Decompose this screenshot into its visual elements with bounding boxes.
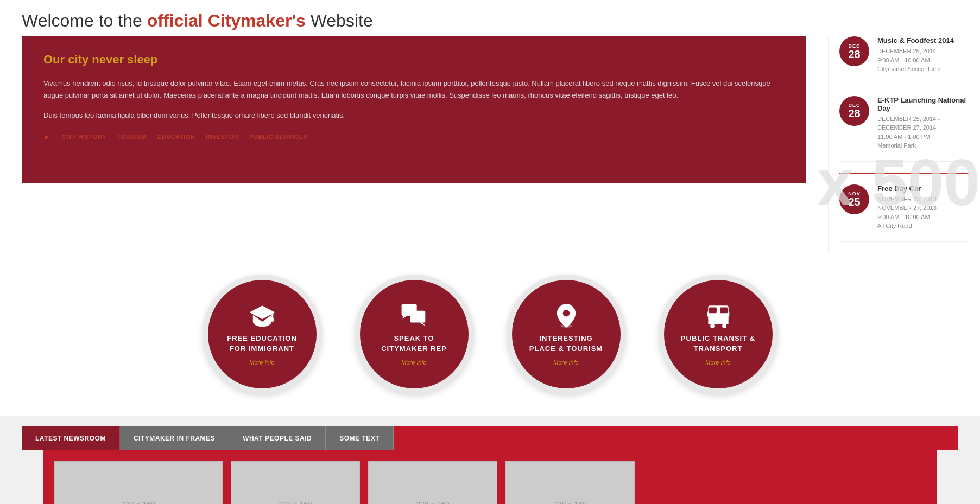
news-size-main: 310 x 160 [122, 500, 155, 505]
link-city-history[interactable]: CITY HISTORY [62, 133, 106, 140]
event-badge-2: DEC 28 [839, 96, 869, 126]
svg-point-13 [722, 324, 726, 328]
hero-title: Our city never sleep [43, 53, 785, 67]
hero-body-2: Duis tempus leo lacinia ligula bibendum … [43, 110, 785, 122]
svg-rect-0 [271, 312, 273, 320]
main-layout: Our city never sleep Vivamus hendrerit o… [0, 36, 980, 253]
tab-newsroom[interactable]: LATEST NEWSROOM [22, 426, 120, 450]
circle-tourism: INTERESTINGPLACE & TOURISM - More Info - [507, 275, 626, 394]
event-item-1: DEC 28 Music & Foodfest 2014 DECEMBER 25… [839, 36, 969, 85]
hero-links: ► CITY HISTORY TOURISM EDUCATION INVESTO… [43, 132, 785, 141]
event-details-1: Music & Foodfest 2014 DECEMBER 25, 2014 … [877, 36, 954, 74]
event-day-2: 28 [848, 108, 860, 119]
event-time-1: 9:00 AM - 10:00 AM [877, 56, 954, 65]
circle-outer-transit: PUBLIC TRANSIT &TRANSPORT - More Info - [659, 275, 778, 394]
news-size-2: 238 x 160 [279, 500, 312, 505]
bus-icon [705, 302, 732, 329]
svg-marker-5 [419, 323, 425, 326]
svg-point-1 [270, 318, 274, 322]
circle-more-education[interactable]: - More Info - [246, 359, 279, 366]
tabs-container: LATEST NEWSROOM CITYMAKER IN FRAMES WHAT… [22, 426, 958, 505]
news-grid: 310 x 160 Powered by HTML.COM 238 x 160 … [43, 450, 937, 505]
location-icon [553, 302, 580, 329]
hero-section: Our city never sleep Vivamus hendrerit o… [22, 36, 806, 183]
event-month-1: DEC [848, 43, 860, 49]
link-tourism[interactable]: TOURISM [117, 133, 147, 140]
tab-people[interactable]: WHAT PEOPLE SAID [229, 426, 326, 450]
tabs-header: LATEST NEWSROOM CITYMAKER IN FRAMES WHAT… [22, 426, 958, 450]
left-content: Our city never sleep Vivamus hendrerit o… [0, 36, 828, 253]
circle-outer-speak: SPEAK TOCITYMAKER REP - More Info - [355, 275, 474, 394]
svg-point-12 [710, 324, 715, 328]
news-size-4: 238 x 160 [553, 500, 587, 505]
svg-rect-14 [707, 312, 709, 317]
tab-text[interactable]: SOME TEXT [326, 426, 394, 450]
link-education[interactable]: EDUCATION [157, 133, 195, 140]
event-title-2: E-KTP Launching National Day [877, 96, 969, 112]
circle-inner-transit: PUBLIC TRANSIT &TRANSPORT - More Info - [664, 280, 773, 388]
svg-point-6 [562, 310, 570, 317]
deco-number: x 500 [817, 145, 980, 220]
news-placeholder-4: 238 x 160 Powered by HTML.COM [505, 461, 635, 505]
svg-point-7 [560, 324, 572, 328]
event-badge-1: DEC 28 [839, 36, 869, 66]
tab-frames[interactable]: CITYMAKER IN FRAMES [120, 426, 229, 450]
event-date-2: DECEMBER 25, 2014 - DECEMBER 27, 2014 [877, 114, 969, 132]
circles-section: FREE EDUCATIONFOR IMMIGRANT - More Info … [0, 253, 980, 416]
news-size-3: 238 x 160 [416, 500, 450, 505]
svg-rect-11 [708, 321, 729, 324]
circle-transit: PUBLIC TRANSIT &TRANSPORT - More Info - [659, 275, 778, 394]
right-sidebar: DEC 28 Music & Foodfest 2014 DECEMBER 25… [828, 36, 980, 253]
circle-more-transit[interactable]: - More Info - [702, 359, 735, 366]
event-details-2: E-KTP Launching National Day DECEMBER 25… [877, 96, 969, 150]
circle-label-transit: PUBLIC TRANSIT &TRANSPORT [681, 334, 755, 353]
circle-more-tourism[interactable]: - More Info - [550, 359, 583, 366]
circle-speak: SPEAK TOCITYMAKER REP - More Info - [355, 275, 474, 394]
event-date-1: DECEMBER 25, 2014 [877, 47, 954, 56]
circle-inner-tourism: INTERESTINGPLACE & TOURISM - More Info - [512, 280, 621, 388]
circle-label-speak: SPEAK TOCITYMAKER REP [381, 334, 447, 353]
news-placeholder-2: 238 x 160 Powered by HTML.COM [231, 461, 360, 505]
svg-rect-9 [709, 308, 716, 314]
svg-rect-4 [410, 311, 425, 323]
circle-outer-tourism: INTERESTINGPLACE & TOURISM - More Info - [507, 275, 626, 394]
arrow-icon: ► [43, 132, 51, 141]
circle-more-speak[interactable]: - More Info - [398, 359, 431, 366]
event-location-3: All City Road [877, 221, 969, 231]
chat-icon [401, 302, 428, 329]
news-placeholder-main: 310 x 160 Powered by HTML.COM [54, 461, 223, 505]
circle-education: FREE EDUCATIONFOR IMMIGRANT - More Info … [203, 275, 322, 394]
graduation-icon [249, 302, 276, 329]
svg-rect-10 [720, 308, 728, 314]
event-title-1: Music & Foodfest 2014 [877, 36, 954, 44]
link-public-services[interactable]: PUBLIC SERVICES [249, 133, 307, 140]
event-location-1: Citymarket Soccer Field [877, 65, 954, 74]
circle-label-tourism: INTERESTINGPLACE & TOURISM [529, 334, 603, 353]
circle-inner-speak: SPEAK TOCITYMAKER REP - More Info - [360, 280, 469, 388]
event-day-1: 28 [848, 49, 860, 60]
link-investor[interactable]: INVESTOR [206, 133, 238, 140]
page-title: Welcome to the official Citymaker's Webs… [22, 11, 373, 31]
circle-label-education: FREE EDUCATIONFOR IMMIGRANT [227, 334, 297, 353]
circle-outer-education: FREE EDUCATIONFOR IMMIGRANT - More Info … [203, 275, 322, 394]
news-placeholder-3: 238 x 160 Powered by HTML.COM [368, 461, 497, 505]
header: Welcome to the official Citymaker's Webs… [0, 0, 980, 36]
hero-body-1: Vivamus hendrerit odio risus, id tristiq… [43, 78, 785, 101]
circle-inner-education: FREE EDUCATIONFOR IMMIGRANT - More Info … [208, 280, 317, 388]
svg-marker-3 [401, 316, 407, 319]
event-time-2: 11:00 AM - 1:00 PM [877, 132, 969, 142]
svg-rect-15 [728, 312, 729, 317]
